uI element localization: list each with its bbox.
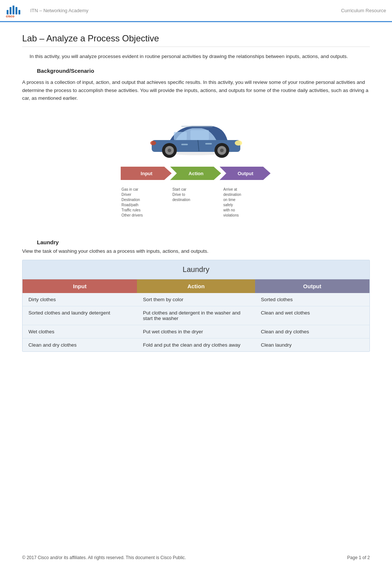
cell-action-1: Put clothes and detergent in the washer … [137, 306, 255, 325]
action-arrow-label: Action [189, 171, 203, 176]
cell-action-2: Put wet clothes in the dryer [137, 325, 255, 338]
output-arrow: Output [220, 165, 271, 181]
svg-point-17 [150, 141, 156, 145]
table-row: Clean and dry clothesFold and put the cl… [23, 338, 369, 352]
col-header-action: Action [137, 279, 255, 293]
col-header-input: Input [23, 279, 137, 293]
laundry-table-wrapper: Laundry Input Action Output Dirty clothe… [22, 260, 370, 352]
svg-rect-8 [174, 132, 187, 140]
svg-rect-20 [205, 143, 212, 144]
cell-input-1: Sorted clothes and laundry detergent [23, 306, 137, 325]
process-arrows: Input Action Output [100, 165, 292, 181]
cell-input-3: Clean and dry clothes [23, 338, 137, 352]
footer-copyright: © 2017 Cisco and/or its affiliates. All … [22, 555, 186, 560]
svg-rect-4 [18, 10, 20, 14]
diagram-area: Input Action Output [22, 113, 370, 224]
svg-point-12 [168, 149, 171, 152]
footer-page: Page 1 of 2 [347, 555, 370, 560]
header-title: ITN – Networking Academy [30, 8, 341, 13]
input-labels: Gas in car Driver Destination Road/path … [119, 186, 171, 220]
svg-rect-21 [181, 126, 213, 127]
cisco-logo-icon: cisco [6, 3, 24, 18]
output-arrow-label: Output [238, 171, 254, 176]
main-content: Lab – Analyze a Process Objective In thi… [0, 22, 392, 378]
svg-point-16 [235, 140, 242, 146]
laundry-table-title: Laundry [23, 260, 369, 279]
cell-output-1: Clean and wet clothes [255, 306, 369, 325]
cell-action-0: Sort them by color [137, 293, 255, 306]
svg-rect-1 [10, 7, 11, 14]
svg-rect-2 [13, 6, 14, 14]
table-row: Dirty clothesSort them by colorSorted cl… [23, 293, 369, 306]
col-header-output: Output [255, 279, 369, 293]
output-labels: Arrive at destination on time safely wit… [221, 186, 273, 220]
car-image [144, 113, 248, 161]
intro-text: In this activity, you will analyze proce… [30, 53, 370, 60]
input-arrow: Input [121, 165, 172, 181]
diagram-labels: Gas in car Driver Destination Road/path … [100, 186, 292, 220]
svg-rect-9 [190, 130, 209, 140]
scenario-heading: Background/Scenario [37, 68, 370, 74]
action-arrow: Action [170, 165, 222, 181]
header: cisco ITN – Networking Academy Curriculu… [0, 0, 392, 22]
svg-rect-19 [181, 144, 188, 145]
cell-input-0: Dirty clothes [23, 293, 137, 306]
table-row: Sorted clothes and laundry detergentPut … [23, 306, 369, 325]
footer: © 2017 Cisco and/or its affiliates. All … [22, 555, 370, 560]
laundry-heading: Laundry [37, 239, 370, 245]
cell-output-2: Clean and dry clothes [255, 325, 369, 338]
svg-rect-3 [16, 7, 17, 14]
svg-text:cisco: cisco [6, 14, 15, 18]
svg-rect-0 [7, 10, 8, 14]
header-course: Curriculum Resource [341, 8, 386, 13]
cell-output-3: Clean laundry [255, 338, 369, 352]
laundry-table: Input Action Output Dirty clothesSort th… [23, 279, 369, 351]
scenario-text: A process is a collection of input, acti… [22, 78, 370, 102]
input-arrow-label: Input [141, 171, 152, 176]
table-row: Wet clothesPut wet clothes in the dryerC… [23, 325, 369, 338]
svg-point-15 [220, 149, 224, 152]
cell-action-3: Fold and put the clean and dry clothes a… [137, 338, 255, 352]
laundry-intro: View the task of washing your clothes as… [22, 248, 370, 254]
page-title: Lab – Analyze a Process Objective [22, 33, 370, 47]
action-labels: Start car Drive to destination [170, 186, 222, 220]
cell-output-0: Sorted clothes [255, 293, 369, 306]
diagram-container: Input Action Output [100, 113, 292, 224]
cell-input-2: Wet clothes [23, 325, 137, 338]
